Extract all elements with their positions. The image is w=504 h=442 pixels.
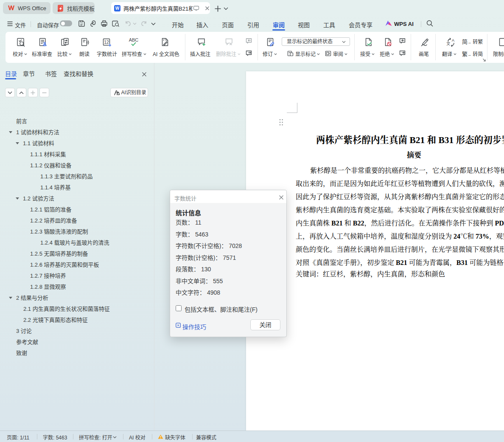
svg-text:W: W <box>115 6 120 11</box>
svg-text:文: 文 <box>446 41 450 46</box>
svg-text:A: A <box>452 38 455 42</box>
svg-text:12: 12 <box>104 39 109 45</box>
svg-text:ABC: ABC <box>129 37 139 42</box>
